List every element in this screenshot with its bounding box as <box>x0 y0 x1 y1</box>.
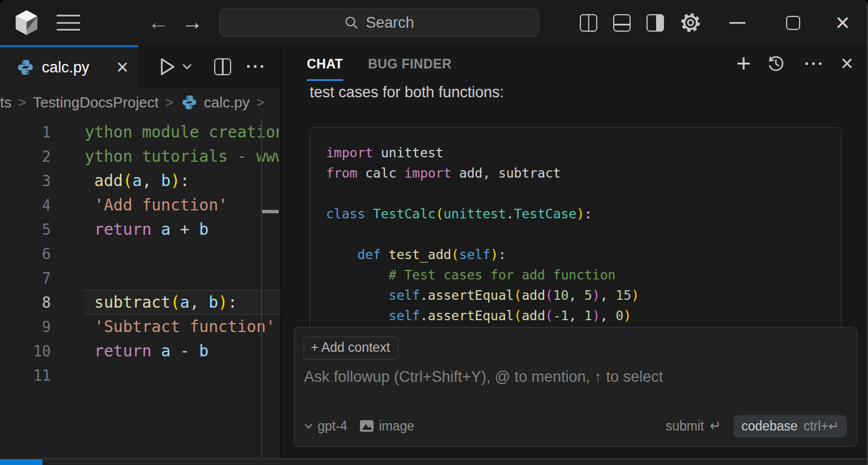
chat-more-actions-icon[interactable] <box>805 62 822 65</box>
tab-chat[interactable]: CHAT <box>307 57 343 81</box>
code-token: ( <box>123 171 132 190</box>
line-number: 4 <box>0 197 51 214</box>
forward-arrow-icon[interactable]: → <box>180 7 205 37</box>
code-token: ython module creation <box>85 123 279 141</box>
code-token: calc <box>357 166 404 180</box>
toggle-panel-icon[interactable] <box>613 14 631 32</box>
code-line[interactable]: 2ython tutorials - www <box>0 144 280 169</box>
code-line-content: 'Subtract function' <box>85 317 279 336</box>
code-token: ) <box>171 171 180 190</box>
code-token: from <box>326 166 357 180</box>
history-icon[interactable] <box>766 53 786 74</box>
chat-code-line: self.assertEqual(add(10, 5), 15) <box>326 285 841 305</box>
chevron-down-icon <box>304 423 313 429</box>
submit-button[interactable]: submit ↵ <box>666 418 721 434</box>
maximize-button[interactable] <box>786 16 800 30</box>
code-editor[interactable]: 1ython module creation2ython tutorials -… <box>0 117 280 458</box>
search-input[interactable]: Search <box>219 8 539 37</box>
split-editor-icon[interactable] <box>214 58 231 75</box>
new-chat-icon[interactable]: + <box>736 52 751 75</box>
code-token <box>151 342 161 360</box>
run-button[interactable] <box>159 57 193 76</box>
code-line[interactable]: 9 'Subtract function' <box>0 315 280 339</box>
tab-calc-py[interactable]: calc.py × <box>0 45 138 88</box>
code-token: a <box>132 171 142 190</box>
close-window-button[interactable]: × <box>835 11 850 34</box>
tab-label: calc.py <box>42 59 89 76</box>
code-token <box>326 247 357 262</box>
code-token: : <box>584 206 592 221</box>
add-context-button[interactable]: + Add context <box>303 337 398 360</box>
code-line[interactable]: 1ython module creation <box>0 120 280 144</box>
status-bar-edge <box>0 459 867 465</box>
breadcrumb-item[interactable]: TestingDocsProject <box>33 94 159 111</box>
code-token: ) <box>218 293 228 312</box>
title-bar: ← → Search × <box>0 0 867 45</box>
breadcrumb: ts > TestingDocsProject > calc.py > <box>0 88 280 117</box>
code-token <box>85 342 94 360</box>
tab-bug-finder[interactable]: BUG FINDER <box>368 57 452 81</box>
chat-input-box[interactable]: + Add context Ask followup (Ctrl+Shift+Y… <box>294 327 857 447</box>
line-number: 11 <box>0 367 51 384</box>
chat-code-line <box>326 224 841 244</box>
codebase-button[interactable]: codebase ctrl+↵ <box>734 415 847 437</box>
code-token: a <box>180 293 190 312</box>
code-line-content: return a - b <box>85 342 279 360</box>
code-token: ( <box>514 288 522 303</box>
code-line-content: ython tutorials - www <box>85 147 279 166</box>
code-line[interactable]: 7 <box>0 266 280 290</box>
minimize-button[interactable] <box>730 22 745 24</box>
chat-code-line: # Test cases for add function <box>326 265 841 285</box>
tab-close-icon[interactable]: × <box>116 59 128 76</box>
code-token <box>85 293 94 312</box>
code-token: ( <box>436 206 444 221</box>
code-token <box>85 196 94 214</box>
code-token: class <box>326 206 365 221</box>
breadcrumb-item[interactable]: ts <box>0 94 11 111</box>
line-number: 9 <box>0 318 51 335</box>
editor-scrollbar[interactable] <box>261 119 262 458</box>
code-line[interactable]: 6 <box>0 242 280 266</box>
settings-gear-icon[interactable] <box>680 12 701 33</box>
code-token: 1 <box>584 308 592 323</box>
close-chat-icon[interactable]: × <box>841 53 853 74</box>
code-token: + <box>171 220 199 239</box>
code-token: add <box>94 171 123 190</box>
back-arrow-icon[interactable]: ← <box>146 7 171 37</box>
code-token: 'Subtract function' <box>94 317 275 336</box>
scrollbar-marker <box>262 210 279 213</box>
toggle-sidebar-icon[interactable] <box>580 14 597 32</box>
code-token: import <box>326 145 373 160</box>
search-icon <box>344 15 359 30</box>
app-window: ← → Search × <box>0 0 868 465</box>
code-line[interactable]: 4 'Add function' <box>0 193 280 217</box>
code-token: , <box>568 288 584 303</box>
chat-input-placeholder: Ask followup (Ctrl+Shift+Y), @ to mentio… <box>304 368 663 386</box>
code-line[interactable]: 11 <box>0 363 280 388</box>
code-token: : <box>228 293 237 312</box>
code-token: , <box>189 293 209 312</box>
code-token: b <box>199 342 209 360</box>
code-line[interactable]: 8 subtract(a, b): <box>84 290 280 315</box>
model-selector[interactable]: gpt-4 <box>304 419 347 434</box>
code-token: ) <box>623 308 631 323</box>
code-token: b <box>161 171 171 190</box>
code-line[interactable]: 10 return a - b <box>0 339 280 363</box>
toggle-secondary-sidebar-icon[interactable] <box>646 14 664 32</box>
code-token: a <box>161 342 171 360</box>
menu-icon[interactable] <box>57 15 80 31</box>
code-token: : <box>180 171 190 190</box>
submit-label: submit <box>666 419 704 434</box>
code-line[interactable]: 5 return a + b <box>0 217 280 242</box>
chevron-right-icon: > <box>166 94 173 110</box>
attach-image-button[interactable]: image <box>359 419 414 434</box>
code-token: ) <box>576 206 584 221</box>
breadcrumb-item[interactable]: calc.py <box>204 94 250 111</box>
editor-more-actions-icon[interactable] <box>247 65 263 68</box>
code-token: self <box>389 288 420 303</box>
code-token: 0 <box>615 308 623 323</box>
code-token: assertEqual <box>428 288 514 303</box>
code-line[interactable]: 3 add(a, b): <box>0 169 280 193</box>
code-token: . <box>420 288 428 303</box>
code-token: self <box>459 247 490 262</box>
